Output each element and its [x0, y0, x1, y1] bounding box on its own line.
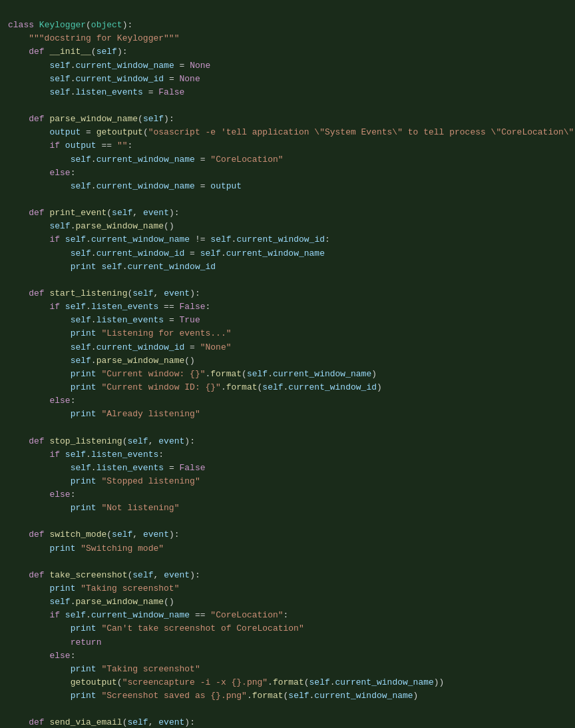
code-editor: class Keylogger(object): """docstring fo… — [0, 0, 575, 728]
